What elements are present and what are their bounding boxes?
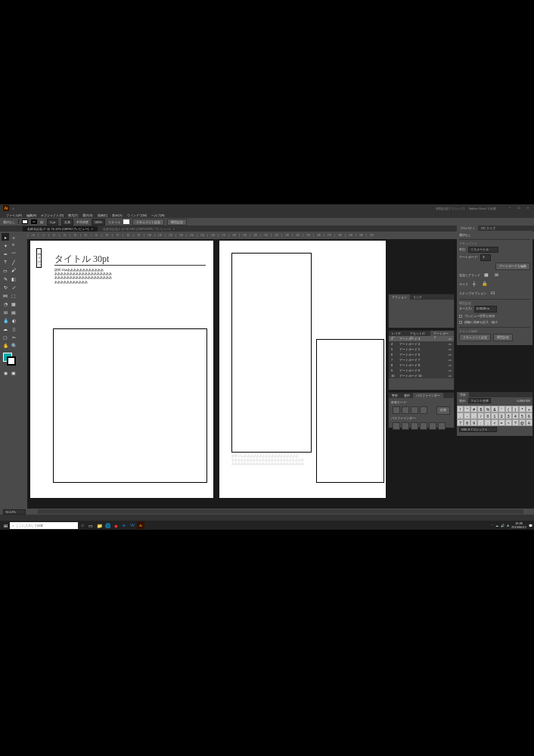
tab-layers[interactable]: レイヤー (389, 331, 407, 336)
expand-button[interactable]: 拡張 (436, 406, 450, 414)
menu-view[interactable]: 表示(V) (110, 213, 123, 217)
artboard-list-item[interactable]: 8アートボード 8▭ (389, 362, 454, 368)
tab-properties[interactable]: プロパティ (457, 226, 478, 231)
glyph-cell[interactable]: 1 (491, 412, 498, 419)
menu-type[interactable]: 書式(T) (67, 213, 79, 217)
artboards-panel[interactable]: レイヤー アセットのエ アートボード 3アートボード 3▭4アートボード 4▭5… (388, 330, 455, 390)
stroke-color[interactable] (7, 356, 16, 366)
graph-tool[interactable]: ▯ (10, 325, 17, 332)
glyph-cell[interactable]: % (484, 406, 491, 412)
glyph-cell[interactable]: < (491, 419, 498, 426)
units-select[interactable]: ミリメートル (468, 247, 498, 253)
glyph-cell[interactable]: A (526, 419, 532, 426)
grid-toggle[interactable]: ⊞ (492, 272, 500, 279)
magic-wand-tool[interactable]: ✦ (2, 241, 9, 249)
crop-icon[interactable] (420, 422, 427, 430)
glyph-cell[interactable]: 6 (526, 412, 532, 419)
curvature-tool[interactable]: 〰 (10, 250, 17, 257)
glyph-cell[interactable]: 0 (484, 412, 491, 419)
snap-toggle[interactable]: ⊡ (489, 290, 496, 297)
mesh-tool[interactable]: ⊞ (2, 308, 9, 316)
tab-glyphs[interactable]: 字形 (457, 392, 469, 397)
width-tool[interactable]: ⋈ (2, 291, 9, 299)
glyph-filter-select[interactable]: フォント全体 (468, 398, 491, 403)
actions-panel[interactable]: アクション リンク (388, 294, 455, 328)
glyph-cell[interactable]: $ (477, 406, 484, 412)
tab-cc-libraries[interactable]: CC ライブ (478, 226, 498, 231)
glyph-cell[interactable]: / (477, 412, 484, 419)
vertical-ruler[interactable] (20, 239, 27, 509)
close-icon[interactable]: × (172, 227, 174, 231)
tab-links[interactable]: リンク (410, 294, 425, 300)
glyph-cell[interactable]: 7 (457, 419, 464, 426)
glyph-cell[interactable]: > (505, 419, 512, 426)
tab-align[interactable]: 整列 (401, 393, 413, 398)
minus-front-icon[interactable] (402, 406, 409, 414)
ruler-toggle[interactable]: ▦ (483, 272, 490, 279)
home-icon[interactable]: ⌂ (12, 206, 14, 210)
body-text[interactable]: 説明 12ptああああああああああああ あああああああああああああああああああ … (54, 268, 138, 284)
glyph-cell[interactable]: ! (457, 406, 464, 412)
glyph-cell[interactable]: - (464, 412, 470, 419)
free-transform-tool[interactable]: ⬚ (10, 291, 17, 299)
word-icon[interactable]: W (129, 521, 136, 529)
line-tool[interactable]: ╱ (10, 258, 17, 266)
maximize-button[interactable]: □ (516, 206, 522, 210)
document-tab-active[interactable]: 名称未設定-1* @ 74.12% (CMYK/プレビュー) × (23, 226, 98, 232)
scale-tool[interactable]: ⤢ (10, 283, 17, 291)
brush-select[interactable]: 丸筆 (61, 219, 73, 226)
menu-effect[interactable]: 効果(C) (96, 213, 110, 217)
image-frame[interactable] (53, 328, 207, 483)
glyph-cell[interactable]: + (526, 406, 532, 412)
tray-chevron-icon[interactable]: ˄ (492, 524, 493, 527)
intersect-icon[interactable] (411, 406, 418, 414)
artboard-1[interactable]: ゆりかご タイトル 30pt 説明 12ptああああああああああああ あああああ… (30, 241, 213, 498)
workspace-switcher[interactable]: 初期設定(クラシック) (436, 207, 465, 210)
outline-icon[interactable] (429, 422, 436, 430)
artboard-list-item[interactable]: 10アートボード 10▭ (389, 373, 454, 378)
prefs-button[interactable]: 環境設定 (167, 219, 187, 226)
hand-tool[interactable]: ✋ (2, 341, 9, 349)
scale-strokes-checkbox[interactable] (459, 321, 462, 324)
env-setup-button[interactable]: 環境設定 (493, 334, 513, 341)
doc-setup-button[interactable]: ドキュメント設定 (132, 219, 164, 226)
glyph-cell[interactable]: # (470, 406, 477, 412)
style-swatch[interactable] (123, 219, 129, 224)
app-icon[interactable]: ◆ (112, 521, 120, 529)
glyph-cell[interactable]: 4 (512, 412, 519, 419)
close-icon[interactable]: × (91, 227, 92, 231)
glyph-cell[interactable]: 2 (498, 412, 505, 419)
glyph-cell[interactable]: ? (512, 419, 519, 426)
taskbar-search[interactable]: ○ ここに入力して検索 (10, 522, 78, 529)
glyph-cell[interactable]: * (519, 406, 526, 412)
fill-stroke-swatches[interactable] (2, 353, 18, 368)
artboard-list-item[interactable]: 9アートボード 9▭ (389, 368, 454, 373)
pathfinder-panel[interactable]: 変形 整列 パスファインダー 形状モード: 拡張 パスファインダー: (388, 392, 455, 428)
tray-volume-icon[interactable]: 🔊 (501, 524, 505, 527)
rectangle-tool[interactable]: ▭ (2, 266, 9, 274)
guide-toggle[interactable]: ┼ (470, 281, 478, 288)
lasso-tool[interactable]: ఠ (10, 241, 17, 249)
paintbrush-tool[interactable]: 🖌 (10, 266, 17, 274)
gradient-tool[interactable]: ▤ (10, 308, 17, 316)
glyph-cell[interactable]: : (477, 419, 484, 426)
start-button[interactable]: ⊞ (2, 521, 9, 529)
stroke-swatch[interactable] (31, 219, 37, 224)
menu-file[interactable]: ファイル(F) (5, 213, 23, 217)
close-button[interactable]: × (525, 206, 531, 210)
glyph-cell[interactable]: ; (484, 419, 491, 426)
divide-icon[interactable] (393, 422, 400, 430)
explorer-icon[interactable]: 📁 (95, 521, 103, 529)
unite-icon[interactable] (393, 406, 400, 414)
font-select[interactable]: VDL V 7ゴシック L (459, 427, 497, 432)
glyph-cell[interactable]: ' (498, 406, 505, 412)
artboard-list-item[interactable]: 5アートボード 5▭ (389, 347, 454, 352)
tray-cloud-icon[interactable]: ☁ (495, 524, 498, 527)
edge-icon[interactable]: e (120, 521, 128, 529)
pen-tool[interactable]: ✒ (2, 250, 9, 257)
glyph-cell[interactable]: 9 (470, 419, 477, 426)
opacity-input[interactable]: 100% (92, 219, 105, 226)
glyph-cell[interactable]: & (491, 406, 498, 412)
exclude-icon[interactable] (420, 406, 427, 414)
artboard-tool[interactable]: ▢ (2, 333, 9, 341)
